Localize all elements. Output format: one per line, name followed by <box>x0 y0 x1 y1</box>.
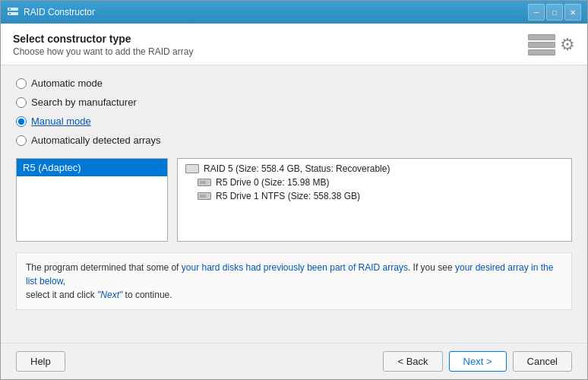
header-bar: Select constructor type Choose how you w… <box>1 24 587 65</box>
footer-right: < Back Next > Cancel <box>383 351 572 372</box>
window: RAID Constructor ─ □ ✕ Select constructo… <box>0 0 588 380</box>
info-text-line1: The program determined that some of <box>26 262 182 273</box>
minimize-button[interactable]: ─ <box>528 4 545 21</box>
drive-icon-1 <box>198 192 211 200</box>
radio-search[interactable]: Search by manufacturer <box>16 97 572 108</box>
gear-icon: ⚙ <box>560 35 575 55</box>
back-button[interactable]: < Back <box>383 351 442 372</box>
page-title: Select constructor type <box>13 33 193 45</box>
cancel-button[interactable]: Cancel <box>513 351 572 372</box>
drive-bar-2 <box>528 42 555 48</box>
info-text-box: The program determined that some of your… <box>16 252 572 310</box>
raid-icon <box>185 164 199 173</box>
right-list-sub-label-0: R5 Drive 0 (Size: 15.98 MB) <box>216 177 329 188</box>
right-list-sub-label-1: R5 Drive 1 NTFS (Size: 558.38 GB) <box>216 191 360 201</box>
radio-manual[interactable]: Manual mode <box>16 116 572 127</box>
radio-automatic-input[interactable] <box>16 78 27 89</box>
radio-search-input[interactable] <box>16 97 27 108</box>
drive-bar-1 <box>528 34 555 40</box>
header-icon-area: ⚙ <box>528 34 575 55</box>
radio-search-label: Search by manufacturer <box>31 97 137 108</box>
radio-detected[interactable]: Automatically detected arrays <box>16 135 572 146</box>
title-bar: RAID Constructor ─ □ ✕ <box>1 1 587 24</box>
content-area: Automatic mode Search by manufacturer Ma… <box>1 65 587 343</box>
header-text: Select constructor type Choose how you w… <box>13 33 193 57</box>
drives-icon <box>528 34 555 55</box>
radio-detected-input[interactable] <box>16 135 27 146</box>
radio-automatic[interactable]: Automatic mode <box>16 78 572 89</box>
right-list-sub-item-1: R5 Drive 1 NTFS (Size: 558.38 GB) <box>198 191 564 201</box>
lists-container: R5 (Adaptec) RAID 5 (Size: 558.4 GB, Sta… <box>16 158 572 242</box>
footer: Help < Back Next > Cancel <box>1 343 587 379</box>
svg-rect-3 <box>9 13 11 14</box>
right-list-sub-item-0: R5 Drive 0 (Size: 15.98 MB) <box>198 177 564 188</box>
close-button[interactable]: ✕ <box>564 4 581 21</box>
info-text-line5: to continue. <box>122 290 172 300</box>
page-subtitle: Choose how you want to add the RAID arra… <box>13 46 193 57</box>
left-list[interactable]: R5 (Adaptec) <box>16 158 168 242</box>
radio-group: Automatic mode Search by manufacturer Ma… <box>16 78 572 146</box>
info-highlight-1: your hard disks had previously been part… <box>182 262 408 273</box>
right-list-main-item: RAID 5 (Size: 558.4 GB, Status: Recovera… <box>185 163 564 174</box>
radio-automatic-label: Automatic mode <box>31 78 103 89</box>
list-item[interactable]: R5 (Adaptec) <box>17 159 167 176</box>
maximize-button[interactable]: □ <box>546 4 563 21</box>
info-text-line4: select it and click <box>26 290 97 300</box>
radio-manual-input[interactable] <box>16 116 27 127</box>
next-button[interactable]: Next > <box>449 351 507 372</box>
info-text-line3: , <box>63 276 65 287</box>
drive-icon-0 <box>198 179 211 186</box>
help-button[interactable]: Help <box>16 351 65 372</box>
right-list: RAID 5 (Size: 558.4 GB, Status: Recovera… <box>177 158 572 242</box>
svg-rect-2 <box>9 8 11 10</box>
title-bar-controls: ─ □ ✕ <box>528 4 581 21</box>
right-list-main-label: RAID 5 (Size: 558.4 GB, Status: Recovera… <box>204 163 390 174</box>
radio-detected-label: Automatically detected arrays <box>31 135 161 146</box>
drive-bar-3 <box>528 49 555 55</box>
window-title: RAID Constructor <box>24 7 528 17</box>
footer-left: Help <box>16 351 65 372</box>
info-text-line2: . If you see <box>408 262 455 273</box>
radio-manual-label: Manual mode <box>31 116 91 127</box>
app-icon <box>7 6 19 18</box>
info-italic-link: "Next" <box>97 290 122 300</box>
